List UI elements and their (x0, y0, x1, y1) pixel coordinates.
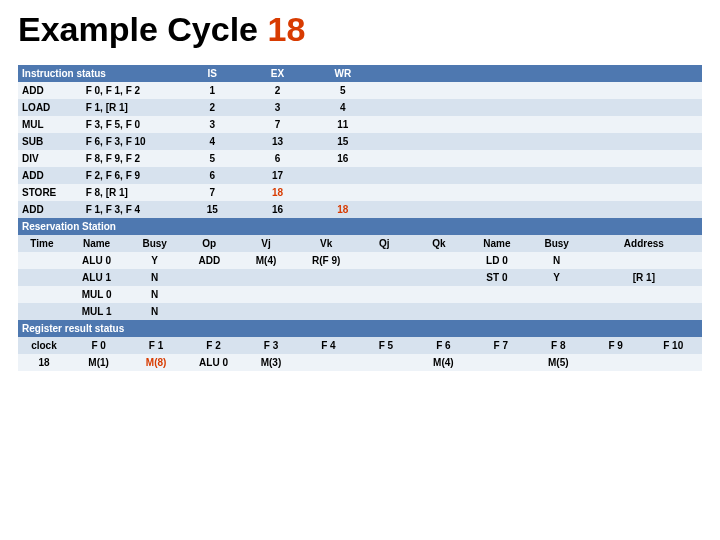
cell (182, 286, 237, 303)
col-header: Busy (528, 235, 586, 252)
cell (295, 269, 356, 286)
register-result-table: Register result status clockF 0F 1F 2F 3… (18, 320, 702, 371)
cell: 5 (180, 150, 245, 167)
cell: SUB (18, 133, 82, 150)
col-header (571, 65, 636, 82)
col-header: clock (18, 337, 70, 354)
cell: F 0, F 1, F 2 (82, 82, 180, 99)
cell (300, 354, 357, 371)
cell: Y (127, 252, 182, 269)
cell (375, 82, 440, 99)
cell: 7 (245, 116, 310, 133)
cell (472, 354, 529, 371)
col-header: F 2 (185, 337, 242, 354)
cell: M(4) (415, 354, 472, 371)
col-header: F 9 (587, 337, 644, 354)
cell: N (127, 269, 182, 286)
cell (586, 286, 702, 303)
cell (466, 303, 527, 320)
cell: DIV (18, 150, 82, 167)
col-header: EX (245, 65, 310, 82)
cell (357, 252, 412, 269)
cell: N (528, 252, 586, 269)
cell (506, 184, 571, 201)
cell: LOAD (18, 99, 82, 116)
col-header: Op (182, 235, 237, 252)
col-header: F 5 (357, 337, 414, 354)
cell (357, 303, 412, 320)
cell (506, 82, 571, 99)
cell (644, 354, 702, 371)
cell (571, 99, 636, 116)
col-header: WR (310, 65, 375, 82)
cell: M(5) (530, 354, 587, 371)
col-header: F 1 (127, 337, 184, 354)
cell: 16 (245, 201, 310, 218)
cell (310, 184, 375, 201)
cell (441, 201, 506, 218)
cell: F 2, F 6, F 9 (82, 167, 180, 184)
cell (506, 150, 571, 167)
cell (506, 133, 571, 150)
cell (357, 286, 412, 303)
cell (412, 303, 467, 320)
cell (441, 116, 506, 133)
cell (637, 82, 702, 99)
cell (357, 354, 414, 371)
cell: ADD (18, 82, 82, 99)
cell (506, 116, 571, 133)
cell (18, 286, 66, 303)
col-header: IS (180, 65, 245, 82)
cell: 15 (180, 201, 245, 218)
cell: 18 (310, 201, 375, 218)
cell: 2 (245, 82, 310, 99)
cell: F 1, [R 1] (82, 99, 180, 116)
register-title: Register result status (18, 320, 702, 337)
cell (441, 184, 506, 201)
col-header: F 4 (300, 337, 357, 354)
cell: STORE (18, 184, 82, 201)
cell (586, 252, 702, 269)
cell: M(1) (70, 354, 127, 371)
col-header: F 7 (472, 337, 529, 354)
cell: F 8, F 9, F 2 (82, 150, 180, 167)
cell (375, 184, 440, 201)
cell (586, 303, 702, 320)
reservation-station-table: Reservation Station TimeNameBusyOpVjVkQj… (18, 218, 702, 320)
cell (571, 116, 636, 133)
cell: R(F 9) (295, 252, 356, 269)
cell (182, 269, 237, 286)
col-header: Qk (412, 235, 467, 252)
cell (412, 286, 467, 303)
cell: 17 (245, 167, 310, 184)
col-header: Time (18, 235, 66, 252)
cell: M(4) (237, 252, 296, 269)
cell: 6 (180, 167, 245, 184)
col-header: F 10 (644, 337, 702, 354)
cell (637, 184, 702, 201)
cell (237, 303, 296, 320)
cell: ALU 0 (185, 354, 242, 371)
col-header: Vk (295, 235, 356, 252)
cell (237, 269, 296, 286)
cell (637, 167, 702, 184)
cell: ADD (182, 252, 237, 269)
cell (412, 269, 467, 286)
cell (375, 99, 440, 116)
cell: M(8) (127, 354, 184, 371)
col-header: Busy (127, 235, 182, 252)
cell: MUL (18, 116, 82, 133)
cell (310, 167, 375, 184)
cell (506, 201, 571, 218)
col-header: Address (586, 235, 702, 252)
cell (571, 82, 636, 99)
cell (375, 150, 440, 167)
cell: 3 (180, 116, 245, 133)
cell (571, 167, 636, 184)
cell (18, 269, 66, 286)
cell: 6 (245, 150, 310, 167)
cell: 7 (180, 184, 245, 201)
cell (18, 303, 66, 320)
col-header: F 8 (530, 337, 587, 354)
cell: 13 (245, 133, 310, 150)
